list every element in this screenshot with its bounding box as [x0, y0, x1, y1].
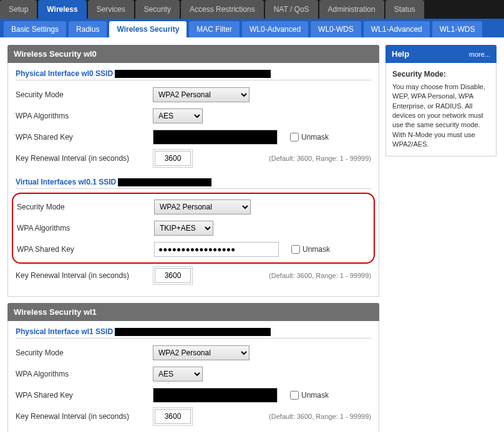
wl0-virt-security-mode-select[interactable]: WPA2 Personal	[154, 199, 251, 214]
top-tab-security[interactable]: Security	[135, 0, 180, 19]
help-heading: Security Mode:	[392, 69, 490, 80]
label-key-renewal: Key Renewal Interval (in seconds)	[16, 154, 153, 163]
unmask-label: Unmask	[301, 391, 329, 400]
sub-tab-wl0-advanced[interactable]: WL0-Advanced	[242, 21, 308, 37]
top-tab-administration[interactable]: Administration	[319, 0, 384, 19]
interval-hint: (Default: 3600, Range: 1 - 99999)	[269, 155, 371, 162]
redacted-ssid	[115, 70, 271, 78]
label-security-mode: Security Mode	[16, 90, 153, 99]
top-tab-nat-qos[interactable]: NAT / QoS	[265, 0, 318, 19]
wl0-virt-title-text: Virtual Interfaces wl0.1 SSID	[16, 178, 116, 186]
label-security-mode: Security Mode	[16, 348, 153, 357]
top-tabs: SetupWirelessServicesSecurityAccess Rest…	[0, 0, 504, 19]
wl0-virt-shared-key-input[interactable]	[154, 242, 279, 257]
interval-hint: (Default: 3600, Range: 1 - 99999)	[269, 413, 371, 420]
top-tab-access-restrictions[interactable]: Access Restrictions	[181, 0, 264, 19]
sub-tab-mac-filter[interactable]: MAC Filter	[189, 21, 240, 37]
wl0-phys-interval-input[interactable]	[155, 151, 191, 166]
wl0-virt-wpa-algo-select[interactable]: TKIP+AES	[154, 221, 213, 236]
help-title: Help	[392, 49, 409, 59]
label-key-renewal: Key Renewal Interval (in seconds)	[16, 271, 153, 280]
content-column: Wireless Security wl0 Physical Interface…	[7, 45, 379, 432]
wl0-header: Wireless Security wl0	[7, 45, 379, 63]
wl0-phys-unmask-checkbox[interactable]	[290, 133, 299, 142]
label-wpa-algorithms: WPA Algorithms	[16, 370, 153, 378]
main-area: Wireless Security wl0 Physical Interface…	[0, 37, 504, 432]
help-sidebar: Help more... Security Mode: You may choo…	[385, 45, 497, 432]
highlighted-region: Security Mode WPA2 Personal WPA Algorith…	[12, 193, 375, 264]
label-wpa-shared-key: WPA Shared Key	[17, 245, 154, 254]
sub-tab-radius[interactable]: Radius	[69, 21, 107, 37]
label-key-renewal: Key Renewal Interval (in seconds)	[16, 412, 153, 421]
help-body: Security Mode: You may choose from Disab…	[385, 63, 497, 156]
help-text: You may choose from Disable, WEP, WPA Pe…	[392, 83, 485, 148]
label-security-mode: Security Mode	[17, 203, 154, 211]
wl1-phys-security-mode-select[interactable]: WPA2 Personal	[153, 345, 250, 360]
label-wpa-shared-key: WPA Shared Key	[16, 391, 153, 400]
redacted-ssid	[115, 328, 271, 336]
wl1-phys-interval-input[interactable]	[155, 409, 191, 424]
unmask-label: Unmask	[301, 133, 329, 142]
sub-tabs: Basic SettingsRadiusWireless SecurityMAC…	[0, 19, 504, 37]
sub-tab-basic-settings[interactable]: Basic Settings	[4, 21, 66, 37]
unmask-label: Unmask	[303, 245, 330, 254]
wl0-virt-unmask-checkbox[interactable]	[291, 245, 300, 254]
top-tab-wireless[interactable]: Wireless	[38, 0, 86, 19]
wl1-body: Physical Interface wl1 SSID Security Mod…	[7, 321, 379, 432]
wl1-phys-title: Physical Interface wl1 SSID	[16, 327, 371, 338]
wl1-phys-unmask-checkbox[interactable]	[290, 391, 299, 400]
wl0-phys-shared-key-input[interactable]	[153, 130, 278, 145]
label-wpa-algorithms: WPA Algorithms	[17, 224, 154, 233]
label-wpa-shared-key: WPA Shared Key	[16, 133, 153, 142]
sub-tab-wl1-wds[interactable]: WL1-WDS	[432, 21, 483, 37]
wl1-header: Wireless Security wl1	[7, 303, 379, 321]
redacted-ssid	[118, 178, 211, 186]
top-tab-status[interactable]: Status	[385, 0, 424, 19]
wl0-phys-wpa-algo-select[interactable]: AES	[153, 108, 203, 123]
wl0-body: Physical Interface wl0 SSID Security Mod…	[7, 63, 379, 297]
label-wpa-algorithms: WPA Algorithms	[16, 112, 153, 120]
wl1-phys-shared-key-input[interactable]	[153, 388, 278, 403]
sub-tab-wl0-wds[interactable]: WL0-WDS	[311, 21, 361, 37]
help-header: Help more...	[385, 45, 497, 63]
wl0-virt-title: Virtual Interfaces wl0.1 SSID	[16, 178, 371, 189]
wl0-phys-title: Physical Interface wl0 SSID	[16, 69, 371, 80]
top-tab-setup[interactable]: Setup	[0, 0, 37, 19]
interval-hint: (Default: 3600, Range: 1 - 99999)	[269, 272, 371, 279]
wl0-phys-title-text: Physical Interface wl0 SSID	[16, 69, 113, 78]
sub-tab-wl1-advanced[interactable]: WL1-Advanced	[364, 21, 430, 37]
help-more-link[interactable]: more...	[469, 50, 490, 58]
top-tab-services[interactable]: Services	[88, 0, 134, 19]
wl0-virt-interval-input[interactable]	[155, 268, 191, 283]
wl0-phys-security-mode-select[interactable]: WPA2 Personal	[153, 87, 250, 102]
sub-tab-wireless-security[interactable]: Wireless Security	[109, 21, 187, 37]
wl1-phys-wpa-algo-select[interactable]: AES	[153, 367, 203, 382]
wl1-phys-title-text: Physical Interface wl1 SSID	[16, 327, 113, 336]
